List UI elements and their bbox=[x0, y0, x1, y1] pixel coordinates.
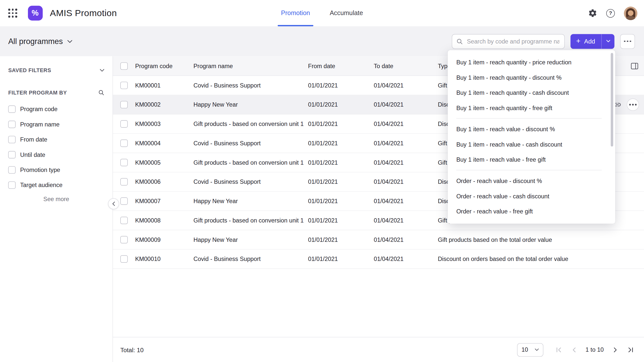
chevron-down-icon bbox=[100, 69, 104, 71]
cell-program-code: KM00004 bbox=[135, 140, 193, 147]
row-check-cell bbox=[113, 217, 135, 224]
saved-filters-label: SAVED FILTERS bbox=[8, 67, 51, 73]
row-checkbox[interactable] bbox=[120, 82, 128, 89]
add-menu-item[interactable]: Buy 1 item - reach quantity - price redu… bbox=[448, 55, 615, 70]
scope-label: All programmes bbox=[8, 37, 63, 46]
cell-program-name: Happy New Year bbox=[193, 236, 308, 243]
add-menu-item[interactable]: Buy 1 item - reach value - free gift bbox=[448, 152, 615, 167]
chevron-down-icon bbox=[606, 40, 610, 42]
cell-to-date: 01/04/2021 bbox=[374, 178, 438, 185]
sidebar-collapse-button[interactable] bbox=[108, 198, 119, 209]
add-button-label: Add bbox=[584, 38, 595, 45]
column-header: To date bbox=[374, 63, 438, 69]
row-checkbox[interactable] bbox=[120, 197, 128, 205]
row-checkbox[interactable] bbox=[120, 159, 128, 166]
add-button[interactable]: + Add bbox=[570, 34, 601, 49]
saved-filters-header[interactable]: SAVED FILTERS bbox=[8, 66, 104, 74]
add-menu-item[interactable]: Buy 1 item - reach quantity - discount % bbox=[448, 70, 615, 85]
filter-item[interactable]: Target audience bbox=[8, 177, 104, 192]
checkbox[interactable] bbox=[8, 181, 16, 189]
row-checkbox[interactable] bbox=[120, 236, 128, 243]
app-logo-icon[interactable]: % bbox=[28, 6, 43, 21]
filter-label: From date bbox=[20, 136, 47, 143]
row-checkbox[interactable] bbox=[120, 255, 128, 263]
cell-program-name: Gift products - based on conversion unit… bbox=[193, 121, 308, 127]
cell-type: Gift products based on the total order v… bbox=[438, 236, 644, 243]
cell-from-date: 01/01/2021 bbox=[308, 101, 374, 108]
add-menu-item[interactable]: Order - reach value - cash discount bbox=[448, 188, 615, 203]
cell-to-date: 01/04/2021 bbox=[374, 140, 438, 147]
checkbox[interactable] bbox=[8, 136, 16, 143]
row-checkbox[interactable] bbox=[120, 120, 128, 127]
plus-icon: + bbox=[576, 37, 580, 45]
row-actions bbox=[613, 99, 639, 111]
tab-promotion[interactable]: Promotion bbox=[281, 0, 310, 26]
help-icon[interactable]: ? bbox=[606, 9, 615, 17]
add-menu-item[interactable]: Buy 1 item - reach value - cash discount bbox=[448, 137, 615, 152]
filter-search-icon[interactable] bbox=[98, 89, 104, 95]
scrollbar-thumb[interactable] bbox=[611, 53, 613, 147]
column-header: From date bbox=[308, 63, 374, 69]
cell-from-date: 01/01/2021 bbox=[308, 198, 374, 204]
filter-item[interactable]: Program code bbox=[8, 101, 104, 116]
programme-scope-selector[interactable]: All programmes bbox=[8, 37, 72, 46]
cell-to-date: 01/04/2021 bbox=[374, 121, 438, 127]
toolbar-actions: + Add bbox=[452, 34, 635, 49]
table-row[interactable]: KM00009Happy New Year01/01/202101/04/202… bbox=[113, 230, 644, 250]
chevron-left-icon bbox=[112, 202, 115, 206]
checkbox[interactable] bbox=[8, 166, 16, 173]
add-menu-item[interactable]: Order - reach value - discount % bbox=[448, 173, 615, 188]
cell-from-date: 01/01/2021 bbox=[308, 178, 374, 185]
row-checkbox[interactable] bbox=[120, 217, 128, 224]
filter-label: Until date bbox=[20, 151, 45, 158]
row-check-cell bbox=[113, 140, 135, 147]
add-menu-item[interactable]: Buy 1 item - reach quantity - free gift bbox=[448, 100, 615, 115]
toolbar-more-button[interactable] bbox=[620, 34, 635, 49]
filter-label: Promotion type bbox=[20, 166, 60, 173]
next-page-button[interactable] bbox=[611, 345, 620, 354]
cell-to-date: 01/04/2021 bbox=[374, 236, 438, 243]
cell-program-name: Covid - Business Support bbox=[193, 82, 308, 89]
cell-program-code: KM00006 bbox=[135, 178, 193, 185]
row-checkbox[interactable] bbox=[120, 101, 128, 108]
row-checkbox[interactable] bbox=[120, 178, 128, 186]
avatar[interactable] bbox=[624, 6, 637, 20]
add-menu-item[interactable]: Buy 1 item - reach quantity - cash disco… bbox=[448, 85, 615, 100]
ellipsis-icon bbox=[624, 40, 631, 42]
cell-to-date: 01/04/2021 bbox=[374, 159, 438, 166]
row-more-button[interactable] bbox=[627, 99, 639, 111]
row-checkbox[interactable] bbox=[120, 140, 128, 147]
add-menu-caret-button[interactable] bbox=[601, 34, 614, 49]
gear-icon[interactable] bbox=[588, 9, 597, 18]
filter-item[interactable]: Program name bbox=[8, 117, 104, 132]
row-check-cell bbox=[113, 120, 135, 127]
cell-program-code: KM00008 bbox=[135, 217, 193, 224]
search-input[interactable] bbox=[466, 37, 560, 45]
filter-item[interactable]: Promotion type bbox=[8, 162, 104, 177]
app-title: AMIS Promotion bbox=[50, 8, 117, 18]
row-check-cell bbox=[113, 255, 135, 263]
prev-page-button[interactable] bbox=[570, 345, 579, 354]
checkbox[interactable] bbox=[8, 151, 16, 158]
pagination: 10 1 to 10 bbox=[517, 343, 635, 356]
page-size-select[interactable]: 10 bbox=[517, 343, 543, 356]
see-more-link[interactable]: See more bbox=[43, 196, 69, 202]
table-row[interactable]: KM00010Covid - Business Support01/01/202… bbox=[113, 250, 644, 269]
first-page-button[interactable] bbox=[554, 345, 564, 354]
select-all-checkbox[interactable] bbox=[120, 62, 128, 69]
filter-label: Program name bbox=[20, 121, 60, 127]
filter-item[interactable]: From date bbox=[8, 132, 104, 147]
apps-grid-icon[interactable] bbox=[8, 9, 17, 18]
column-header: Program name bbox=[193, 63, 308, 69]
checkbox[interactable] bbox=[8, 120, 16, 128]
last-page-button[interactable] bbox=[626, 345, 635, 354]
column-settings-icon[interactable] bbox=[630, 62, 639, 70]
cell-from-date: 01/01/2021 bbox=[308, 121, 374, 127]
tab-accumulate[interactable]: Accumulate bbox=[330, 0, 363, 26]
checkbox[interactable] bbox=[8, 105, 16, 113]
cell-type: Discount on orders based on the total or… bbox=[438, 256, 644, 262]
filter-item[interactable]: Until date bbox=[8, 147, 104, 162]
cell-program-name: Covid - Business Support bbox=[193, 140, 308, 147]
add-menu-item[interactable]: Order - reach value - free gift bbox=[448, 204, 615, 219]
add-menu-item[interactable]: Buy 1 item - reach value - discount % bbox=[448, 121, 615, 137]
